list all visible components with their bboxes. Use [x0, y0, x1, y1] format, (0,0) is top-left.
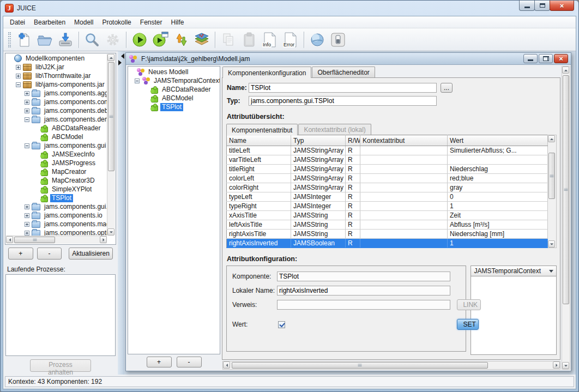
tree-item[interactable]: ABCModel — [128, 94, 220, 102]
error-log-button[interactable]: Error — [280, 30, 301, 50]
menu-hilfe[interactable]: Hilfe — [166, 17, 188, 28]
save-model-button[interactable] — [55, 30, 76, 50]
tree-item[interactable]: lib\jams-components.jar — [6, 80, 107, 89]
collapse-right-icon[interactable] — [118, 60, 124, 65]
component-toggle-button[interactable] — [328, 30, 348, 50]
map-layers-button[interactable] — [191, 30, 212, 50]
menu-fenster[interactable]: Fenster — [136, 17, 167, 28]
expand-icon[interactable] — [25, 100, 29, 105]
refresh-button[interactable]: Aktualisieren — [69, 248, 113, 260]
menu-datei[interactable]: Datei — [5, 17, 29, 28]
menu-protokolle[interactable]: Protokolle — [98, 17, 135, 28]
stop-process-button[interactable]: Prozess anhalten — [30, 359, 91, 372]
col-wert[interactable]: Wert — [448, 135, 548, 146]
scroll-left-icon[interactable] — [6, 236, 13, 243]
tree-item[interactable]: MapCreator — [6, 167, 107, 176]
info-log-button[interactable]: Info — [260, 30, 280, 50]
komponente-input[interactable] — [277, 272, 450, 281]
remove-node-button[interactable]: - — [177, 357, 202, 367]
collapse-icon[interactable] — [16, 82, 21, 87]
collapse-icon[interactable] — [25, 117, 29, 122]
table-row-selected[interactable]: rightAxisInvertedJAMSBooleanR1 — [227, 239, 548, 248]
tree-item[interactable]: jams.components.condit — [6, 98, 107, 106]
context-selector[interactable]: JAMSTemporalContext — [471, 266, 557, 276]
tree-item[interactable]: jams.components.io — [6, 211, 107, 220]
tab-kontextattribut[interactable]: Kontextattribut (lokal) — [298, 124, 371, 135]
close-button[interactable]: × — [550, 1, 574, 11]
tree-item[interactable]: MapCreator3D — [6, 176, 107, 185]
menu-modell[interactable]: Modell — [70, 17, 98, 28]
model-exchange-button[interactable] — [171, 30, 191, 50]
col-typ[interactable]: Typ — [291, 135, 346, 146]
config-vertical-scrollbar[interactable] — [562, 66, 570, 370]
tree-item[interactable]: ABCModel — [6, 132, 107, 141]
collapse-icon[interactable] — [25, 143, 29, 148]
collapse-icon[interactable] — [135, 79, 140, 83]
wert-checkbox[interactable] — [278, 321, 285, 328]
expand-icon[interactable] — [16, 74, 21, 79]
toolbar-grip[interactable] — [8, 32, 11, 47]
name-input[interactable] — [249, 83, 437, 93]
expand-icon[interactable] — [25, 222, 29, 227]
tree-item-selected[interactable]: TSPlot — [128, 102, 220, 111]
tab-komponentenkonfiguration[interactable]: Komponentenkonfiguration — [222, 67, 311, 78]
remove-component-button[interactable]: - — [37, 248, 62, 260]
scroll-down-icon[interactable] — [548, 240, 555, 248]
tree-root[interactable]: Neues Modell — [128, 68, 220, 76]
lokaler-name-input[interactable] — [277, 286, 450, 295]
tree-item-selected[interactable]: TSPlot — [6, 194, 107, 202]
tree-item[interactable]: jams.components.gui.sp — [6, 202, 107, 211]
table-row[interactable]: xAxisTitleJAMSStringRZeit — [227, 211, 548, 220]
copy-button[interactable] — [218, 30, 239, 50]
paste-button[interactable] — [239, 30, 260, 50]
table-row[interactable]: varTitleLeftJAMSStringArrayR — [227, 155, 548, 165]
restore-button[interactable] — [539, 54, 553, 63]
scroll-thumb[interactable] — [548, 153, 555, 199]
tree-item[interactable]: jams.components.machin — [6, 220, 107, 228]
model-window-titlebar[interactable]: F:\jams\data\j2k_gehlberg\Modell.jam × — [126, 53, 571, 65]
table-row[interactable]: typeRightJAMSIntegerR1 — [227, 202, 548, 211]
tree-item[interactable]: JAMSProgress — [6, 159, 107, 167]
tab-komponentenattribut[interactable]: Komponentenattribut — [226, 124, 298, 135]
scroll-up-icon[interactable] — [548, 135, 555, 142]
col-name[interactable]: Name — [227, 135, 291, 146]
expand-icon[interactable] — [25, 108, 29, 113]
scroll-up-icon[interactable] — [562, 67, 569, 74]
tree-root[interactable]: Modellkomponenten — [6, 54, 107, 63]
scroll-right-icon[interactable] — [100, 236, 107, 243]
tree-item[interactable]: lib\Thornthwaite.jar — [6, 71, 107, 80]
scroll-down-icon[interactable] — [107, 228, 114, 236]
col-rw[interactable]: R/W — [346, 135, 360, 146]
run-model-button[interactable] — [129, 30, 150, 50]
web-button[interactable] — [307, 30, 328, 50]
tree-item[interactable]: SimpleXYPlot — [6, 185, 107, 194]
config-horizontal-scrollbar[interactable] — [222, 361, 560, 370]
scroll-right-icon[interactable] — [553, 361, 560, 369]
table-row[interactable]: rightAxisTitleJAMSStringRNiederschlag [m… — [227, 230, 548, 239]
search-button[interactable] — [82, 30, 102, 50]
typ-input[interactable] — [249, 96, 437, 106]
tree-item[interactable]: jams.components.debug — [6, 106, 107, 115]
tab-oberflaecheneditor[interactable]: Oberflächeneditor — [312, 67, 375, 77]
set-button[interactable]: SET — [457, 319, 479, 330]
tree-item[interactable]: lib\J2K.jar — [6, 63, 107, 71]
table-row[interactable]: colorRightJAMSStringArrayRgray — [227, 183, 548, 192]
collapse-left-icon[interactable] — [118, 53, 124, 59]
close-button[interactable]: × — [554, 54, 568, 63]
expand-icon[interactable] — [25, 204, 29, 209]
tree-horizontal-scrollbar[interactable] — [6, 236, 107, 244]
open-model-button[interactable] — [34, 30, 55, 50]
expand-icon[interactable] — [25, 231, 29, 236]
split-divider[interactable] — [118, 51, 124, 375]
context-attribute-list[interactable] — [471, 276, 557, 355]
new-model-button[interactable] — [14, 30, 34, 50]
expand-icon[interactable] — [25, 91, 29, 96]
scroll-thumb[interactable] — [563, 75, 569, 304]
tree-item[interactable]: JAMSExecInfo — [6, 150, 107, 159]
tree-item[interactable]: JAMSTemporalContext — [128, 76, 220, 85]
scroll-thumb[interactable] — [108, 62, 114, 171]
scroll-thumb[interactable] — [14, 237, 55, 243]
browse-button[interactable]: ... — [441, 83, 453, 93]
table-row[interactable]: titleLeftJAMSStringArrayRSimulierterAbfl… — [227, 146, 548, 155]
add-component-button[interactable]: + — [8, 248, 33, 260]
